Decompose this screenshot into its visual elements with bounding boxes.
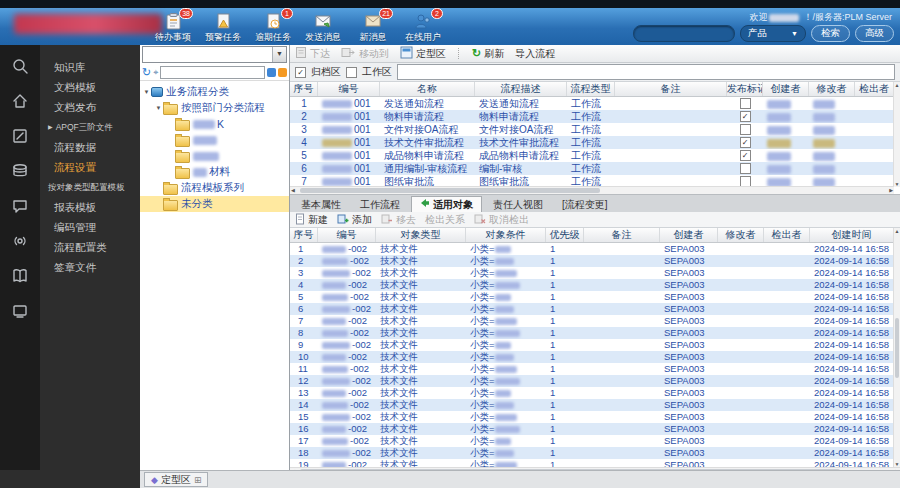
column-header[interactable]: 对象条件 xyxy=(466,228,546,242)
search-button[interactable]: 检索 xyxy=(811,25,850,42)
process-table-hscrollbar[interactable]: ◀ ▶ xyxy=(290,186,894,194)
sidebar-item[interactable]: 知识库 xyxy=(40,57,140,77)
tree-filter-icon[interactable] xyxy=(278,68,287,77)
table-row[interactable]: 4001技术文件审批流程技术文件审批流程工作流✓ xyxy=(290,136,900,149)
published-checkbox[interactable] xyxy=(740,124,751,135)
process-table-vscrollbar[interactable]: ▲ ▼ xyxy=(893,82,900,187)
tab-责任人视图[interactable]: 责任人视图 xyxy=(485,197,551,212)
global-search-input[interactable] xyxy=(633,25,735,42)
column-header[interactable]: 流程描述 xyxy=(475,82,567,96)
published-checkbox[interactable]: ✓ xyxy=(740,137,751,148)
table-row[interactable]: 2001物料申请流程物料申请流程工作流✓ xyxy=(290,110,900,123)
scroll-down-icon[interactable]: ▼ xyxy=(895,181,900,187)
tab-工作流程[interactable]: 工作流程 xyxy=(352,197,408,212)
scroll-left-icon[interactable]: ◀ xyxy=(291,187,295,193)
column-header[interactable]: 优先级 xyxy=(546,228,584,242)
sidebar-item[interactable]: 流程数据 xyxy=(40,137,140,157)
hscroll-thumb[interactable] xyxy=(300,188,600,193)
detail-toolbar-button[interactable]: 添加 xyxy=(337,213,372,227)
detail-toolbar-button[interactable]: 取消检出 xyxy=(474,213,529,227)
published-checkbox[interactable] xyxy=(740,98,751,109)
sidebar-item[interactable]: 流程配置类 xyxy=(40,237,140,257)
sidebar-item[interactable]: 签章文件 xyxy=(40,257,140,277)
column-header[interactable]: 修改者 xyxy=(809,82,855,96)
locate-node-icon[interactable]: ⌖ xyxy=(153,65,158,79)
tree-filter-select[interactable]: ▼ xyxy=(142,46,287,63)
scroll-right-icon[interactable]: ▶ xyxy=(889,187,893,193)
toolbar-button[interactable]: 移动到 xyxy=(341,46,389,61)
advanced-search-button[interactable]: 高级 xyxy=(855,25,894,42)
sidebar-item[interactable]: 报表模板 xyxy=(40,197,140,217)
table-row[interactable]: 3001文件对接OA流程文件对接OA流程工作流 xyxy=(290,123,900,136)
table-row[interactable]: 5001成品物料申请流程成品物料申请流程工作流✓ xyxy=(290,149,900,162)
tree-node[interactable]: 未分类 xyxy=(140,196,289,212)
column-header[interactable]: 编号 xyxy=(318,228,376,242)
table-row[interactable]: 19-002技术文件小类=1SEPA0032024-09-14 16:58 xyxy=(290,459,900,467)
table-row[interactable]: 18-002技术文件小类=1SEPA0032024-09-14 16:58 xyxy=(290,447,900,459)
sidebar-item[interactable]: 文档模板 xyxy=(40,77,140,97)
table-row[interactable]: 4-002技术文件小类=1SEPA0032024-09-14 16:58 xyxy=(290,279,900,291)
column-header[interactable]: 名称 xyxy=(380,82,475,96)
sidebar-item[interactable]: 编码管理 xyxy=(40,217,140,237)
tree-node[interactable]: ▼业务流程分类 xyxy=(140,84,289,100)
search-category-select[interactable]: 产品 ▼ xyxy=(740,25,806,42)
tree-search-input[interactable] xyxy=(160,66,265,79)
tree-node[interactable] xyxy=(140,148,289,164)
tree-node[interactable] xyxy=(140,132,289,148)
filter-query-input[interactable] xyxy=(397,64,895,80)
table-row[interactable]: 16-002技术文件小类=1SEPA0032024-09-14 16:58 xyxy=(290,423,900,435)
detail-toolbar-button[interactable]: 检出关系 xyxy=(425,213,465,227)
monitor-icon[interactable] xyxy=(11,302,29,320)
table-row[interactable]: 6001通用编制-审核流程编制-审核工作流 xyxy=(290,162,900,175)
table-row[interactable]: 17-002技术文件小类=1SEPA0032024-09-14 16:58 xyxy=(290,435,900,447)
column-header[interactable]: 创建者 xyxy=(763,82,809,96)
search-go-icon[interactable] xyxy=(267,68,276,77)
tree-node[interactable]: K xyxy=(140,116,289,132)
table-row[interactable]: 6-002技术文件小类=1SEPA0032024-09-14 16:58 xyxy=(290,303,900,315)
topbar-tool[interactable]: 预警任务 xyxy=(198,11,248,43)
topbar-tool[interactable]: 2在线用户 xyxy=(398,11,448,43)
archive-checkbox[interactable]: ✓ xyxy=(295,67,306,78)
published-checkbox[interactable]: ✓ xyxy=(740,150,751,161)
scroll-up-icon[interactable]: ▲ xyxy=(895,82,900,88)
column-header[interactable]: 创建时间 xyxy=(810,228,894,242)
search-icon[interactable] xyxy=(11,57,29,75)
table-row[interactable]: 7-002技术文件小类=1SEPA0032024-09-14 16:58 xyxy=(290,315,900,327)
tab-流程变更[interactable]: [流程变更] xyxy=(554,197,616,212)
sidebar-item[interactable]: ▶APQF三阶文件 xyxy=(40,117,140,137)
toolbar-button[interactable]: ↻刷新 xyxy=(472,47,504,61)
tree-node[interactable]: 材料 xyxy=(140,164,289,180)
column-header[interactable]: 编号 xyxy=(318,82,380,96)
published-checkbox[interactable]: ✓ xyxy=(740,111,751,122)
column-header[interactable]: 备注 xyxy=(615,82,727,96)
detail-toolbar-button[interactable]: 移去 xyxy=(381,213,416,227)
sidebar-item[interactable]: 流程设置 xyxy=(40,157,140,177)
column-header[interactable]: 修改者 xyxy=(718,228,764,242)
column-header[interactable]: 序号 xyxy=(290,82,318,96)
tree-node[interactable]: 流程模板系列 xyxy=(140,180,289,196)
finalize-zone-tab[interactable]: ◆ 定型区 ⊞ xyxy=(144,472,208,487)
topbar-tool[interactable]: 发送消息 xyxy=(298,11,348,43)
home-icon[interactable] xyxy=(11,92,29,110)
broadcast-icon[interactable] xyxy=(11,232,29,250)
tab-适用对象[interactable]: 适用对象 xyxy=(411,196,482,212)
book-icon[interactable] xyxy=(11,267,29,285)
tab-基本属性[interactable]: 基本属性 xyxy=(293,197,349,212)
vscroll-thumb[interactable] xyxy=(895,318,899,378)
table-row[interactable]: 10-002技术文件小类=1SEPA0032024-09-14 16:58 xyxy=(290,351,900,363)
column-header[interactable]: 对象类型 xyxy=(376,228,466,242)
table-row[interactable]: 1-002技术文件小类=1SEPA0032024-09-14 16:58 xyxy=(290,243,900,255)
column-header[interactable]: 创建者 xyxy=(660,228,718,242)
sidebar-item[interactable]: 按对象类型配置模板 xyxy=(40,177,140,197)
toolbar-button[interactable]: 下达 xyxy=(295,46,330,61)
topbar-tool[interactable]: 21新消息 xyxy=(348,11,398,43)
table-row[interactable]: 3-002技术文件小类=1SEPA0032024-09-14 16:58 xyxy=(290,267,900,279)
scroll-up-icon[interactable]: ▲ xyxy=(895,228,900,234)
toolbar-button[interactable]: 导入流程 xyxy=(515,47,555,61)
table-row[interactable]: 1001发送通知流程发送通知流程工作流 xyxy=(290,97,900,110)
tree-node[interactable]: ▼按照部门分类流程 xyxy=(140,100,289,116)
table-row[interactable]: 14-002技术文件小类=1SEPA0032024-09-14 16:58 xyxy=(290,399,900,411)
detail-table-vscrollbar[interactable]: ▲ ▼ xyxy=(893,228,900,467)
sidebar-item[interactable]: 文档发布 xyxy=(40,97,140,117)
topbar-tool[interactable]: 38待办事项 xyxy=(148,11,198,43)
